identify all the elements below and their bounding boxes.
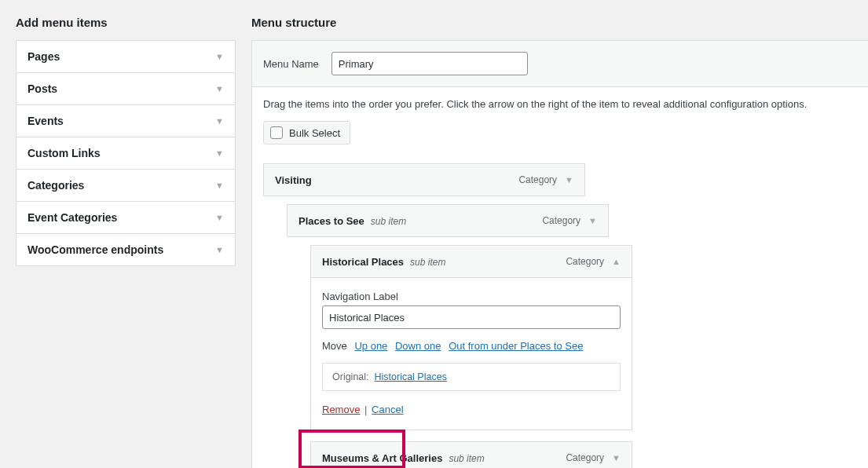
- add-items-heading: Add menu items: [16, 16, 236, 29]
- accordion: Pages▼ Posts▼ Events▼ Custom Links▼ Cate…: [16, 40, 236, 266]
- menu-item-title: Visiting: [275, 174, 312, 186]
- cancel-link[interactable]: Cancel: [372, 404, 403, 415]
- menu-item-historical-places[interactable]: Historical Places sub item Category ▲: [310, 245, 632, 278]
- menu-structure-panel: Menu structure Menu Name Drag the items …: [236, 0, 868, 468]
- accordion-label: WooCommerce endpoints: [27, 243, 163, 256]
- chevron-down-icon: ▼: [215, 148, 224, 158]
- move-down-one-link[interactable]: Down one: [395, 340, 441, 352]
- menu-structure-heading: Menu structure: [251, 16, 868, 29]
- menu-item-type: Category: [566, 256, 604, 267]
- accordion-event-categories[interactable]: Event Categories▼: [16, 202, 235, 233]
- accordion-categories[interactable]: Categories▼: [16, 170, 235, 201]
- accordion-woocommerce-endpoints[interactable]: WooCommerce endpoints▼: [16, 234, 235, 265]
- menu-items-area: Visiting Category ▼ Places to See sub it…: [263, 163, 857, 468]
- accordion-label: Posts: [27, 82, 57, 95]
- chevron-down-icon[interactable]: ▼: [612, 453, 621, 463]
- bulk-select-label: Bulk Select: [289, 127, 340, 139]
- menu-item-settings: Navigation Label Move Up one Down one Ou…: [310, 278, 632, 430]
- chevron-down-icon: ▼: [215, 84, 224, 93]
- menu-item-title: Museums & Art Galleries: [322, 452, 442, 464]
- chevron-down-icon: ▼: [215, 213, 224, 222]
- accordion-label: Event Categories: [27, 211, 117, 224]
- chevron-down-icon[interactable]: ▼: [588, 216, 597, 225]
- add-menu-items-panel: Add menu items Pages▼ Posts▼ Events▼ Cus…: [0, 0, 236, 468]
- instructions-text: Drag the items into the order you prefer…: [263, 98, 857, 110]
- menu-structure-box: Menu Name Drag the items into the order …: [251, 40, 868, 468]
- sub-item-tag: sub item: [410, 257, 445, 268]
- menu-name-label: Menu Name: [263, 58, 319, 70]
- nav-label-input[interactable]: [322, 305, 621, 329]
- accordion-label: Custom Links: [27, 147, 101, 159]
- remove-link[interactable]: Remove: [322, 404, 360, 415]
- move-row: Move Up one Down one Out from under Plac…: [322, 340, 621, 352]
- chevron-up-icon[interactable]: ▲: [612, 257, 621, 266]
- bulk-select-button[interactable]: Bulk Select: [263, 121, 350, 144]
- original-label: Original:: [332, 371, 369, 382]
- accordion-label: Pages: [27, 50, 60, 63]
- menu-item-places-to-see[interactable]: Places to See sub item Category ▼: [287, 204, 609, 237]
- accordion-label: Events: [27, 115, 64, 127]
- separator: |: [364, 404, 367, 415]
- remove-cancel-row: Remove | Cancel: [322, 402, 404, 417]
- original-box: Original: Historical Places: [322, 363, 621, 391]
- chevron-down-icon[interactable]: ▼: [565, 175, 573, 185]
- chevron-down-icon: ▼: [215, 116, 224, 126]
- move-out-link[interactable]: Out from under Places to See: [449, 340, 583, 352]
- accordion-events[interactable]: Events▼: [16, 105, 235, 137]
- menu-item-type: Category: [542, 215, 580, 226]
- accordion-custom-links[interactable]: Custom Links▼: [16, 137, 235, 169]
- accordion-label: Categories: [27, 179, 84, 192]
- sub-item-tag: sub item: [371, 216, 406, 227]
- menu-item-museums[interactable]: Museums & Art Galleries sub item Categor…: [310, 441, 632, 468]
- chevron-down-icon: ▼: [215, 181, 224, 190]
- accordion-posts[interactable]: Posts▼: [16, 73, 235, 104]
- menu-item-type: Category: [518, 174, 557, 185]
- chevron-down-icon: ▼: [215, 245, 224, 254]
- menu-name-row: Menu Name: [252, 41, 868, 87]
- accordion-pages[interactable]: Pages▼: [16, 41, 235, 72]
- original-link[interactable]: Historical Places: [375, 371, 447, 382]
- menu-item-title: Places to See: [298, 215, 364, 227]
- sub-item-tag: sub item: [449, 453, 484, 464]
- menu-item-historical-places-expanded: Historical Places sub item Category ▲ Na…: [310, 245, 857, 430]
- move-label: Move: [322, 340, 347, 352]
- move-up-one-link[interactable]: Up one: [354, 340, 387, 352]
- menu-item-type: Category: [566, 452, 604, 463]
- menu-body: Drag the items into the order you prefer…: [252, 87, 868, 468]
- checkbox-icon: [270, 126, 283, 139]
- menu-item-visiting[interactable]: Visiting Category ▼: [263, 163, 585, 196]
- menu-name-input[interactable]: [331, 52, 528, 75]
- chevron-down-icon: ▼: [215, 52, 224, 61]
- menu-item-title: Historical Places: [322, 256, 404, 268]
- nav-label-label: Navigation Label: [322, 291, 621, 302]
